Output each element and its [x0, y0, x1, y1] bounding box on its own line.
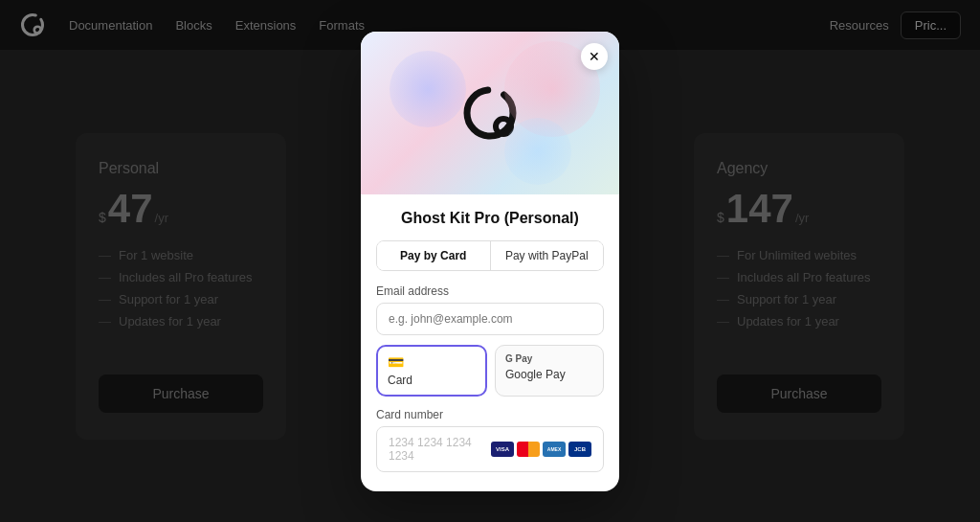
card-icon: 💳: [388, 354, 476, 370]
jcb-logo: JCB: [568, 442, 591, 457]
card-number-input-wrap[interactable]: 1234 1234 1234 1234 VISA MC AMEX JCB: [376, 426, 604, 472]
card-logos: VISA MC AMEX JCB: [491, 442, 591, 457]
payment-modal: ✕ Ghost Kit Pro (Personal) Pay by Card P…: [361, 32, 619, 491]
amex-logo: AMEX: [543, 442, 566, 457]
gpay-method-label: Google Pay: [505, 368, 593, 381]
modal-close-button[interactable]: ✕: [581, 43, 608, 70]
card-method-label: Card: [388, 374, 476, 387]
email-label: Email address: [376, 284, 604, 298]
payment-method-tabs: Pay by Card Pay with PayPal: [376, 240, 604, 271]
tab-pay-by-card[interactable]: Pay by Card: [377, 241, 491, 270]
payment-option-gpay[interactable]: G Pay Google Pay: [495, 345, 604, 397]
tab-pay-with-paypal[interactable]: Pay with PayPal: [491, 241, 604, 270]
card-number-placeholder: 1234 1234 1234 1234: [389, 436, 491, 463]
card-number-section: Card number 1234 1234 1234 1234 VISA MC …: [376, 408, 604, 472]
gpay-icon: G Pay: [505, 353, 593, 364]
payment-option-card[interactable]: 💳 Card: [376, 345, 487, 397]
mastercard-logo: MC: [517, 442, 540, 457]
payment-options: 💳 Card G Pay Google Pay: [376, 345, 604, 397]
card-number-label: Card number: [376, 408, 604, 421]
modal-body: Ghost Kit Pro (Personal) Pay by Card Pay…: [361, 194, 619, 491]
blob-3: [504, 118, 571, 185]
email-input[interactable]: [376, 303, 604, 335]
modal-title: Ghost Kit Pro (Personal): [376, 210, 604, 227]
blob-1: [390, 51, 466, 127]
svg-point-3: [496, 119, 511, 134]
modal-overlay: ✕ Ghost Kit Pro (Personal) Pay by Card P…: [0, 0, 980, 522]
visa-logo: VISA: [491, 442, 514, 457]
